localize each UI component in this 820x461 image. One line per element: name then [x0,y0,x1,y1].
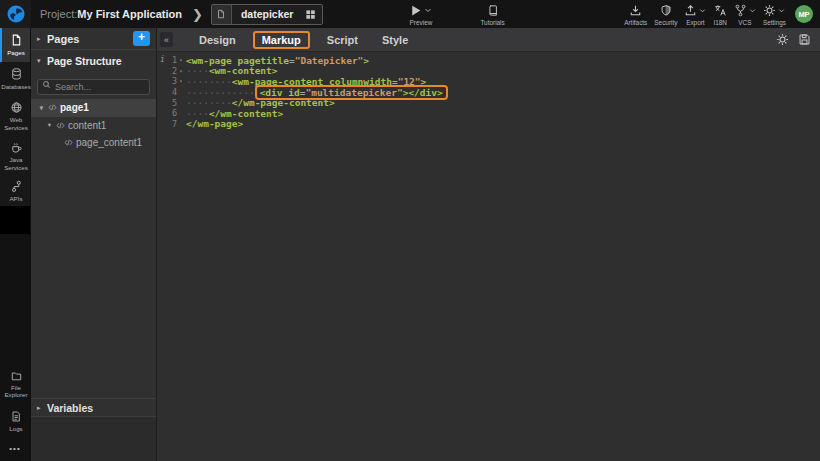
fold-toggle-icon[interactable]: ▾ [177,78,185,84]
code-token: "multidatepicker" [305,87,402,98]
rail-item-logs[interactable]: Logs [0,404,30,438]
line-number: 6 [172,108,177,118]
code-text: ····</wm-content> [186,108,283,119]
rail-spacer [0,234,30,364]
rail-item-pages[interactable]: Pages [0,28,30,62]
artifacts-label: Artifacts [624,19,647,26]
widget-code-icon [48,103,57,112]
code-token: <div [260,87,289,98]
variables-header[interactable]: ▸ Variables [31,398,156,417]
indent-dots: ············ [186,87,255,98]
translate-icon [714,4,727,17]
grid-view-icon[interactable] [305,9,322,20]
artifacts-button[interactable]: Artifacts [624,3,647,26]
more-button[interactable]: ••• [0,438,30,461]
save-button[interactable] [798,33,811,46]
info-marker: i [160,55,165,64]
indent-dots: ···· [186,65,209,76]
api-icon [10,180,23,193]
tab-script[interactable]: Script [315,32,370,48]
security-button[interactable]: Security [654,3,677,26]
page-structure-tree: ▾ page1 ▾ content1 [31,99,156,152]
line-gutter: 4 [157,87,185,97]
line-gutter: 5 [157,98,185,108]
variables-label: Variables [47,402,93,414]
expanded-caret-icon[interactable]: ▾ [45,121,54,129]
settings-button[interactable]: Settings [763,3,786,26]
expanded-caret-icon: ▾ [37,57,47,65]
code-area[interactable]: i1▾<wm-page pagetitle="Datepicker">2▾···… [157,52,820,129]
tree-item-label: content1 [68,120,106,131]
expanded-caret-icon[interactable]: ▾ [37,104,46,112]
open-page-tab[interactable]: datepicker [211,4,324,25]
code-line[interactable]: i1▾<wm-page pagetitle="Datepicker"> [157,55,820,66]
left-rail: Pages Databases Web Services [0,28,31,461]
rail-item-web-services[interactable]: Web Services [0,96,30,136]
topbar-actions: Artifacts Security [624,3,786,26]
page-structure-header[interactable]: ▾ Page Structure [31,50,156,72]
tutorials-label: Tutorials [480,19,504,26]
rail-label: File Explorer [2,384,30,399]
rail-label: Web Services [2,116,30,131]
rail-item-java-services[interactable]: Java Services [0,136,30,176]
export-label: Export [686,19,704,26]
panel-bottom [31,417,156,461]
rail-label: Pages [7,49,25,56]
tree-item-label: page1 [60,102,89,113]
rail-item-apis[interactable]: APIs [0,176,30,206]
app-window: Project:My First Application ❯ datepicke… [0,0,820,461]
gear-icon [776,33,789,46]
tree-item-content1[interactable]: ▾ content1 [31,117,156,135]
rail-label: Logs [9,425,22,432]
tutorials-button[interactable]: Tutorials [480,3,504,26]
fold-toggle-icon[interactable]: ▾ [177,57,185,63]
tree-item-page-content1[interactable]: page_content1 [31,134,156,152]
preview-button[interactable]: Preview [409,3,432,26]
wavemaker-logo-icon[interactable] [0,0,31,28]
code-line[interactable]: 7</wm-page> [157,119,820,130]
breadcrumb-chevron-icon: ❯ [192,7,203,22]
rail-item-databases[interactable]: Databases [0,62,30,96]
tab-markup[interactable]: Markup [253,31,310,49]
tab-design[interactable]: Design [187,32,248,48]
fold-toggle-icon[interactable]: ▾ [177,68,185,74]
security-label: Security [654,19,677,26]
code-line[interactable]: 2▾····<wm-content> [157,66,820,77]
rail-item-file-explorer[interactable]: File Explorer [0,364,30,404]
search-icon [42,80,51,89]
editor-toolbar: « Design Markup Script Style [157,28,820,52]
rail-gap [0,206,30,234]
collapse-panel-button[interactable]: « [160,32,173,47]
line-gutter: 3▾ [157,76,185,86]
folder-icon [10,370,23,382]
project-name[interactable]: My First Application [77,8,182,20]
pages-header[interactable]: ▸ Pages + [31,28,156,50]
code-line[interactable]: 6····</wm-content> [157,108,820,119]
code-token: </wm-content> [209,108,283,119]
editor-tabs: Design Markup Script Style [187,31,420,49]
code-token: > [363,55,369,66]
vcs-button[interactable]: VCS [734,3,756,26]
chevron-down-icon[interactable] [749,7,756,14]
top-bar: Project:My First Application ❯ datepicke… [0,0,820,28]
line-gutter: 6 [157,108,185,118]
tree-item-label: page_content1 [76,137,142,148]
search-input[interactable] [37,79,150,95]
chevron-down-icon[interactable] [699,7,706,14]
code-line[interactable]: 5········</wm-page-content> [157,97,820,108]
editor-settings-button[interactable] [776,33,789,46]
user-avatar[interactable]: MP [795,5,813,23]
i18n-button[interactable]: I18N [713,3,727,26]
tree-item-page1[interactable]: ▾ page1 [31,99,156,117]
code-token: pagetitle [237,55,288,66]
add-page-button[interactable]: + [133,31,150,46]
indent-dots: ···· [186,108,209,119]
chevron-down-icon[interactable] [424,6,432,14]
export-button[interactable]: Export [684,3,706,26]
i18n-label: I18N [713,19,727,26]
code-line[interactable]: 4············<div id="multidatepicker"><… [157,87,820,98]
tab-style[interactable]: Style [370,32,420,48]
preview-label: Preview [410,19,433,26]
gear-icon [763,4,776,17]
chevron-down-icon[interactable] [778,7,785,14]
